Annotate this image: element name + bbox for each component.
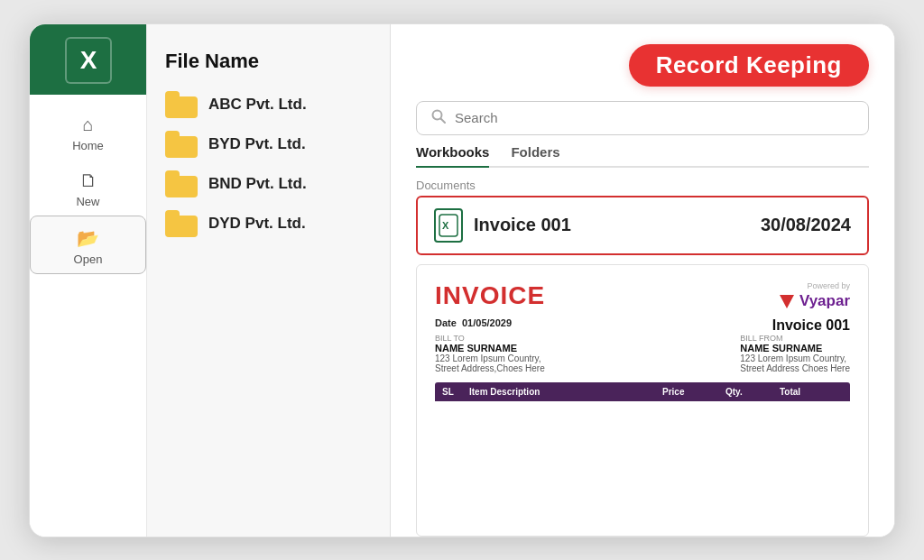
file-area-title: File Name [165,50,372,73]
svg-text:X: X [442,220,449,231]
bill-from-block: BILL FROM NAME SURNAME 123 Lorem Ipsum C… [740,334,850,373]
file-name-2: BYD Pvt. Ltd. [208,135,306,153]
vyapar-powered-text: Powered by [807,281,850,290]
bill-to-address: 123 Lorem Ipsum Country,Street Address,C… [435,353,545,373]
invoice-name: Invoice 001 [474,215,571,235]
folder-icon-4 [165,210,198,237]
sidebar-item-label-open: Open [74,252,103,266]
sidebar-item-home[interactable]: ⌂ Home [30,104,146,160]
table-col-price: Price [662,387,725,397]
invoice-meta: Date 01/05/2029 [435,317,512,328]
tab-folders[interactable]: Folders [511,144,559,168]
file-name-1: ABC Pvt. Ltd. [208,96,307,114]
sidebar-item-open[interactable]: 📂 Open [30,216,146,274]
list-item[interactable]: BYD Pvt. Ltd. [165,131,372,158]
invoice-table-header: SL Item Description Price Qty. Total [435,382,850,401]
search-icon [431,109,446,127]
vyapar-logo: Powered by Vyapar [778,281,850,310]
bill-from-label: BILL FROM [740,334,850,343]
open-icon: 📂 [77,227,99,249]
file-name-3: BND Pvt. Ltd. [208,175,307,193]
invoice-preview: INVOICE Powered by Vyapar Date 01/05/202… [416,264,869,537]
record-keeping-badge: Record Keeping [629,44,869,87]
bill-to-block: BILL TO NAME SURNAME 123 Lorem Ipsum Cou… [435,334,545,373]
bill-from-address: 123 Lorem Ipsum Country,Street Address C… [740,353,850,373]
folder-icon-1 [165,91,198,118]
list-item[interactable]: BND Pvt. Ltd. [165,170,372,197]
sidebar-item-label-home: Home [72,139,104,152]
file-name-4: DYD Pvt. Ltd. [208,215,306,233]
sidebar: X ⌂ Home 🗋 New 📂 Open [30,24,147,537]
bill-to-name: NAME SURNAME [435,343,545,353]
table-col-qty: Qty. [725,387,780,397]
file-area: File Name ABC Pvt. Ltd. BYD Pvt. Ltd. [147,24,391,537]
vyapar-name: Vyapar [799,292,850,310]
table-col-desc: Item Description [469,387,662,397]
folder-icon-3 [165,170,198,197]
sidebar-nav: ⌂ Home 🗋 New 📂 Open [30,104,146,274]
table-col-sl: SL [442,387,469,397]
invoice-date-value: 01/05/2029 [462,317,512,328]
invoice-preview-title: INVOICE [435,281,545,310]
invoice-date: 30/08/2024 [761,215,851,235]
excel-file-icon: X [434,208,463,243]
right-header: Record Keeping [416,44,869,87]
list-item[interactable]: DYD Pvt. Ltd. [165,210,372,237]
new-icon: 🗋 [79,170,97,191]
file-list: ABC Pvt. Ltd. BYD Pvt. Ltd. BND Pvt. Ltd… [165,91,372,237]
sidebar-item-new[interactable]: 🗋 New [30,160,146,216]
app-logo: X [30,24,146,95]
bill-from-name: NAME SURNAME [740,343,850,353]
bill-to-label: BILL TO [435,334,545,343]
list-item[interactable]: ABC Pvt. Ltd. [165,91,372,118]
invoice-row-left: X Invoice 001 [434,208,571,243]
tabs: Workbooks Folders [416,144,869,168]
svg-line-1 [441,118,446,123]
table-col-total: Total [780,387,843,397]
vyapar-brand: Vyapar [778,292,850,310]
folder-icon-2 [165,131,198,158]
invoice-row[interactable]: X Invoice 001 30/08/2024 [416,196,869,255]
svg-marker-4 [780,295,794,308]
invoice-addresses: BILL TO NAME SURNAME 123 Lorem Ipsum Cou… [435,334,850,373]
invoice-number-preview: Invoice 001 [772,317,850,334]
right-panel: Record Keeping Workbooks Folders Documen… [391,24,894,537]
home-icon: ⌂ [82,115,93,135]
excel-icon: X [65,37,112,84]
invoice-preview-header: INVOICE Powered by Vyapar [435,281,850,310]
tab-workbooks[interactable]: Workbooks [416,144,489,168]
app-window: X ⌂ Home 🗋 New 📂 Open File Name [29,23,895,537]
search-input[interactable] [455,110,854,125]
documents-label: Documents [416,179,869,192]
sidebar-item-label-new: New [76,195,99,208]
search-bar[interactable] [416,101,869,135]
